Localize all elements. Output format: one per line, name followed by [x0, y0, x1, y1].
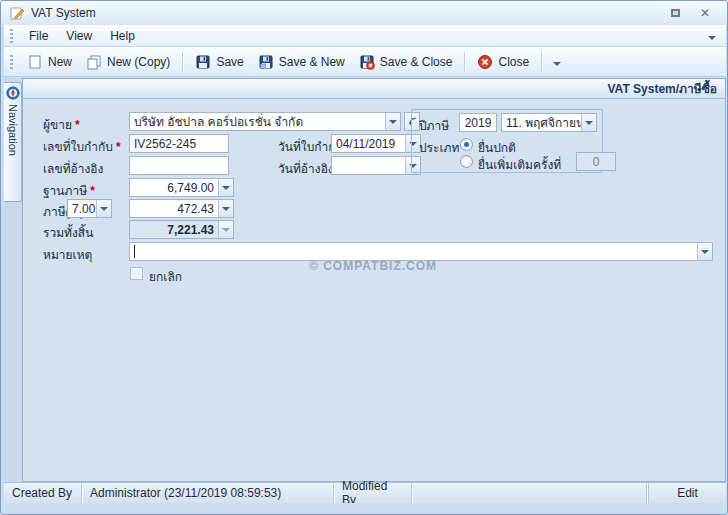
- toolbar-separator: [541, 52, 542, 72]
- navigation-tab[interactable]: Navigation: [4, 82, 22, 202]
- chevron-down-icon: [389, 120, 397, 124]
- invoice-date-combo[interactable]: 04/11/2019: [331, 134, 421, 153]
- total-dropdown-button: [218, 221, 233, 238]
- note-label: หมายเหตุ: [43, 245, 92, 264]
- tax-base-combo[interactable]: 6,749.00: [129, 178, 234, 197]
- total-field: 7,221.43: [129, 220, 234, 239]
- created-by-value: Administrator (23/11/2019 08:59:53): [82, 483, 334, 503]
- chevron-down-icon: [100, 207, 108, 211]
- type-label: ประเภท: [419, 138, 459, 157]
- close-window-button[interactable]: ✕: [697, 6, 713, 20]
- tax-month-combo[interactable]: 11. พฤศจิกายน: [501, 113, 597, 132]
- chevron-down-icon: [708, 36, 716, 40]
- window-frame-bottom: [1, 503, 728, 515]
- chevron-down-icon: [553, 62, 561, 66]
- note-dropdown-button[interactable]: [697, 243, 712, 260]
- tax-rate-combo[interactable]: 7.00: [67, 199, 112, 218]
- menu-overflow-button[interactable]: [708, 29, 720, 43]
- type-additional-radio[interactable]: [460, 155, 473, 168]
- cancel-checkbox-label[interactable]: ยกเลิก: [149, 267, 182, 286]
- chevron-down-icon: [222, 186, 230, 190]
- chevron-down-icon: [222, 228, 230, 232]
- status-bar: Created By Administrator (23/11/2019 08:…: [4, 482, 726, 503]
- chevron-down-icon: [701, 250, 709, 254]
- vat-system-window: VAT System ✕ File View Help New New (Cop…: [0, 0, 728, 515]
- close-red-circle-icon: [477, 54, 493, 70]
- ref-date-label: วันที่อ้างอิง: [278, 159, 334, 178]
- tax-base-label: ฐานภาษี*: [43, 181, 95, 200]
- new-page-icon: [27, 54, 43, 70]
- menu-bar: File View Help: [4, 25, 726, 47]
- window-title: VAT System: [31, 6, 96, 20]
- chevron-down-icon: [222, 207, 230, 211]
- seller-dropdown-button[interactable]: [385, 113, 400, 130]
- title-bar: VAT System ✕: [1, 1, 728, 25]
- tax-year-label: ปีภาษี: [419, 116, 449, 135]
- app-note-pencil-icon: [9, 5, 25, 21]
- created-by-label: Created By: [4, 483, 82, 503]
- modified-by-label: Modified By: [334, 483, 412, 503]
- close-button[interactable]: Close: [470, 51, 536, 73]
- chevron-down-icon: [585, 121, 593, 125]
- cancel-checkbox[interactable]: [130, 267, 143, 280]
- restore-icon: [671, 9, 680, 17]
- tax-rate-dropdown-button[interactable]: [96, 200, 111, 217]
- seller-combo[interactable]: บริษัท อัชปาล คอร์ปอเรชั่น จำกัด: [129, 112, 401, 131]
- panel-title: VAT System/ภาษีซื้อ: [608, 79, 718, 98]
- navigation-tab-label: Navigation: [7, 104, 19, 156]
- tax-amount-combo[interactable]: 472.43: [129, 199, 234, 218]
- invoice-no-label: เลขที่ใบกำกับ*: [43, 137, 121, 156]
- type-additional-label[interactable]: ยื่นเพิ่มเติมครั้งที่: [478, 155, 561, 174]
- copy-pages-icon: [86, 54, 102, 70]
- toolbar-separator: [182, 52, 183, 72]
- type-normal-radio[interactable]: [460, 138, 473, 151]
- seller-label: ผู้ขาย*: [43, 115, 80, 134]
- menu-file[interactable]: File: [20, 27, 57, 45]
- restore-button[interactable]: [667, 6, 683, 20]
- toolbar-separator: [464, 52, 465, 72]
- panel-header: VAT System/ภาษีซื้อ: [23, 79, 725, 99]
- close-dropdown-button[interactable]: [547, 52, 567, 72]
- save-and-new-button[interactable]: Save & New: [251, 51, 352, 73]
- tax-month-dropdown-button[interactable]: [581, 114, 596, 131]
- tax-amount-dropdown-button[interactable]: [218, 200, 233, 217]
- ref-no-field[interactable]: [129, 156, 229, 175]
- modified-by-value: [412, 483, 647, 503]
- invoice-no-field[interactable]: IV2562-245: [129, 134, 229, 153]
- floppy-save-close-icon: [359, 54, 375, 70]
- total-label: รวมทั้งสิ้น: [43, 223, 93, 242]
- ref-date-combo[interactable]: [331, 156, 421, 175]
- ref-no-label: เลขที่อ้างอิง: [43, 159, 103, 178]
- menu-help[interactable]: Help: [101, 27, 144, 45]
- watermark-text: © COMPATBIZ.COM: [309, 259, 437, 273]
- menu-view[interactable]: View: [57, 27, 101, 45]
- floppy-save-new-icon: [258, 54, 274, 70]
- text-caret: [134, 245, 135, 258]
- content-area: Navigation VAT System/ภาษีซื้อ ผู้ขาย* เ…: [4, 78, 726, 482]
- save-and-close-button[interactable]: Save & Close: [352, 51, 460, 73]
- tax-base-dropdown-button[interactable]: [218, 179, 233, 196]
- menu-grip-handle[interactable]: [10, 29, 13, 43]
- floppy-save-icon: [195, 54, 211, 70]
- vat-form-panel: VAT System/ภาษีซื้อ ผู้ขาย* เลขที่ใบกำกั…: [22, 78, 726, 482]
- compass-icon: [6, 86, 20, 100]
- tax-year-field[interactable]: 2019: [459, 113, 497, 132]
- toolbar-grip-handle[interactable]: [10, 55, 13, 69]
- save-button[interactable]: Save: [188, 51, 250, 73]
- new-copy-button[interactable]: New (Copy): [79, 51, 177, 73]
- edit-mode-indicator: Edit: [648, 483, 726, 503]
- additional-no-field: 0: [576, 152, 616, 171]
- new-button[interactable]: New: [20, 51, 79, 73]
- toolbar: New New (Copy) Save: [4, 47, 726, 77]
